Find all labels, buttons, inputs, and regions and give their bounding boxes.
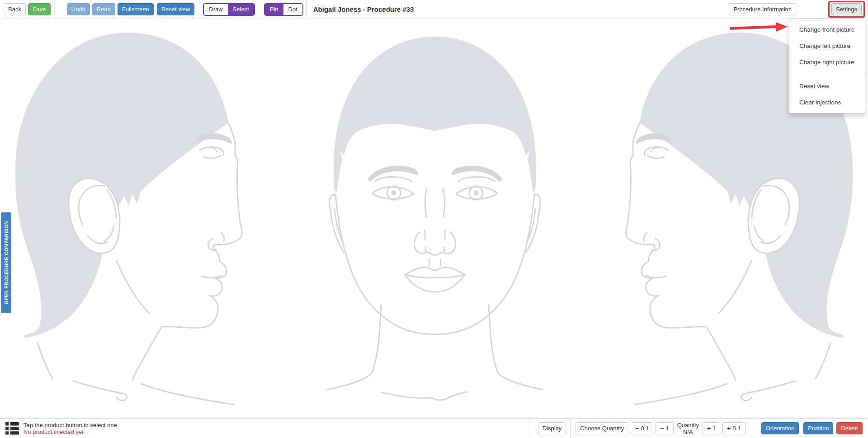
product-hint-block: Tap the product button to select one No … — [24, 422, 117, 435]
dot-toggle[interactable]: Dot — [283, 4, 302, 15]
eyebrow-shape — [368, 166, 418, 182]
save-button[interactable]: Save — [28, 3, 51, 15]
toolbar-divider — [199, 0, 199, 19]
page-title: Abigail Joness - Procedure #33 — [313, 5, 414, 13]
minus-icon: − — [660, 425, 664, 432]
product-status-text: No product injected yet — [24, 429, 117, 435]
plus-icon: + — [727, 425, 731, 432]
pin-toggle[interactable]: Pin — [265, 4, 283, 15]
increase-1-label: 1 — [712, 425, 716, 432]
injection-canvas[interactable] — [0, 19, 868, 418]
menu-item-clear-injections[interactable]: Clear injections — [789, 94, 865, 110]
quantity-value: N/A — [674, 429, 703, 435]
bottom-toolbar: Tap the product button to select one No … — [0, 418, 868, 438]
toolbar-divider — [54, 0, 55, 19]
increase-0-1-label: 0.1 — [733, 425, 741, 432]
draw-toggle[interactable]: Draw — [204, 4, 227, 15]
front-face-illustration[interactable] — [326, 29, 543, 418]
minus-icon: − — [635, 425, 639, 432]
draw-select-toggle: Draw Select — [203, 3, 255, 16]
redo-button[interactable]: Redo — [92, 3, 115, 15]
top-toolbar: Back Save Undo Redo Fullscreen Reset vie… — [0, 0, 868, 19]
increase-0-1-button[interactable]: + 0.1 — [722, 422, 745, 434]
orientation-button[interactable]: Orientation — [761, 422, 799, 434]
procedure-information-button[interactable]: Procedure Information — [729, 3, 796, 15]
quantity-readout: Quantity N/A — [674, 422, 703, 435]
menu-item-change-front-picture[interactable]: Change front picture — [789, 21, 865, 38]
menu-divider — [789, 74, 865, 74]
delete-button[interactable]: Delete — [836, 422, 863, 434]
hair-shape — [15, 33, 228, 338]
menu-item-reset-view[interactable]: Reset view — [789, 78, 865, 94]
product-list-icon[interactable] — [5, 422, 19, 435]
select-toggle[interactable]: Select — [228, 4, 254, 15]
settings-button[interactable]: Settings — [831, 3, 862, 15]
undo-button[interactable]: Undo — [67, 3, 90, 15]
fullscreen-button[interactable]: Fullscreen — [118, 3, 154, 15]
toolbar-divider — [529, 419, 529, 438]
toolbar-divider — [570, 419, 571, 438]
menu-item-change-left-picture[interactable]: Change left picture — [789, 38, 865, 54]
open-procedure-comparison-tab[interactable]: OPEN PROCEDURE COMPARISON — [1, 212, 11, 313]
increase-1-button[interactable]: + 1 — [703, 422, 720, 434]
product-hint-text: Tap the product button to select one — [24, 422, 117, 428]
menu-item-change-right-picture[interactable]: Change right picture — [789, 54, 865, 70]
reset-view-button[interactable]: Reset view — [157, 3, 195, 15]
decrease-1-button[interactable]: − 1 — [656, 422, 673, 434]
red-arrow-annotation — [729, 21, 788, 33]
decrease-0-1-label: 0.1 — [641, 425, 649, 432]
position-button[interactable]: Position — [803, 422, 833, 434]
settings-dropdown-menu: Change front picture Change left picture… — [789, 18, 865, 113]
quantity-label: Quantity — [674, 422, 703, 429]
decrease-0-1-button[interactable]: − 0.1 — [631, 422, 653, 434]
plus-icon: + — [707, 425, 711, 432]
hair-shape — [334, 37, 536, 192]
choose-quantity-button[interactable]: Choose Quantity — [576, 422, 628, 434]
open-procedure-comparison-label: OPEN PROCEDURE COMPARISON — [4, 221, 9, 304]
pin-dot-toggle: Pin Dot — [264, 3, 303, 16]
toolbar-divider — [306, 0, 307, 19]
decrease-1-label: 1 — [666, 425, 669, 432]
left-profile-face-illustration[interactable] — [11, 29, 301, 418]
back-button[interactable]: Back — [4, 3, 26, 15]
eyebrow-shape — [452, 166, 502, 182]
display-button[interactable]: Display — [538, 422, 566, 434]
